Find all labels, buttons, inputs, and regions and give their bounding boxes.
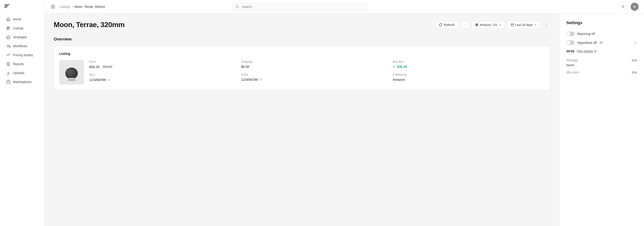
marketplace-icon — [475, 23, 478, 26]
repricing-toggle[interactable] — [566, 32, 574, 36]
plan-total: 50 — [571, 50, 574, 53]
repricing-label: Repricing off — [577, 32, 594, 36]
overview-section-title: Overview — [54, 37, 550, 42]
sidebar-item-marketplaces-label: Marketplaces — [13, 80, 32, 84]
listing-info: Price $36.25 Manual SKU 123456789 — [59, 60, 544, 85]
settings-title: Settings — [566, 21, 637, 25]
header-actions: Refresh ··· Amazon, US — [435, 21, 550, 29]
fulfilled-value: Amazon — [393, 78, 544, 81]
hyperdrive-row: Hyperdrive off ? ✳ — [566, 41, 637, 45]
hyperdrive-toggle[interactable] — [566, 41, 574, 45]
detail-group-3: Buy Box ✓ $36.25 Fulfilled by Amazon — [393, 60, 544, 82]
sidebar-item-reports-label: Reports — [13, 62, 24, 66]
strategies-icon — [6, 35, 10, 39]
svg-rect-19 — [511, 24, 514, 26]
sidebar-item-home[interactable]: Home — [2, 15, 43, 24]
page-header: Moon, Terrae, 320mm Refresh ··· — [54, 21, 550, 29]
plan-details-link[interactable]: Plan details — [577, 50, 596, 53]
vertical-dots-button[interactable]: ⋮ — [543, 21, 550, 29]
svg-line-17 — [624, 6, 624, 6]
price-label: Price — [89, 60, 241, 63]
refresh-button[interactable]: Refresh — [435, 21, 458, 29]
sku-detail: SKU 123456789 ⧉ — [89, 73, 241, 82]
avatar[interactable]: U — [630, 3, 639, 11]
reports-icon — [6, 62, 10, 66]
hyperdrive-label: Hyperdrive off — [577, 41, 596, 45]
svg-rect-24 — [68, 79, 76, 81]
logo[interactable] — [0, 0, 44, 12]
product-thumbnail — [60, 62, 83, 85]
marketplace-label: Amazon, US — [480, 23, 497, 27]
refresh-label: Refresh — [444, 23, 454, 27]
sidebar-item-pricing-activity[interactable]: Pricing activity — [2, 51, 43, 59]
buybox-value: ✓ $36.25 — [393, 65, 544, 69]
plan-usage: 25/50 — [566, 50, 574, 53]
sidebar-item-uploads[interactable]: Uploads — [2, 69, 43, 77]
svg-point-9 — [622, 6, 624, 7]
sidebar-item-workflows[interactable]: Workflows — [2, 42, 43, 50]
marketplace-dropdown[interactable]: Amazon, US — [472, 21, 505, 29]
asin-label: ASIN — [241, 73, 393, 76]
buybox-amount: $36.25 — [397, 65, 407, 69]
svg-rect-1 — [8, 27, 10, 28]
uploads-icon — [6, 71, 10, 75]
detail-group-1: Price $36.25 Manual SKU 123456789 — [89, 60, 241, 82]
repricing-row: Repricing off — [566, 32, 637, 36]
search-input[interactable] — [233, 3, 367, 11]
svg-point-8 — [236, 5, 238, 8]
marketplaces-icon — [6, 80, 10, 84]
home-icon — [6, 17, 10, 21]
logo-icon[interactable] — [4, 5, 10, 8]
sidebar-item-strategies[interactable]: Strategies — [2, 33, 43, 41]
settings-panel: Settings Repricing off Hyperdrive off ? … — [559, 14, 644, 226]
listing-card: Listing — [54, 46, 550, 90]
topbar-menu-button[interactable] — [50, 4, 56, 9]
product-image — [59, 60, 84, 85]
shipping-label: Shipping — [241, 60, 393, 63]
asin-number: 123456789 — [241, 78, 258, 81]
buybox-label: Buy Box — [393, 60, 544, 63]
page-title: Moon, Terrae, 320mm — [54, 21, 124, 29]
more-button[interactable]: ··· — [461, 21, 469, 29]
sku-number: 123456789 — [89, 78, 106, 82]
sidebar-item-reports[interactable]: Reports — [2, 60, 43, 68]
sidebar-nav: Home Listings Strategies — [0, 12, 44, 89]
sku-copy-icon[interactable]: ⧉ — [108, 78, 110, 82]
sidebar-item-uploads-label: Uploads — [13, 71, 24, 75]
svg-point-22 — [67, 69, 72, 74]
hyperdrive-help-icon[interactable]: ? — [599, 41, 603, 45]
fulfilled-label: Fulfilled by — [393, 73, 544, 76]
chevron-down-icon-2 — [534, 24, 537, 26]
price-amount: $36.25 — [89, 65, 100, 69]
calendar-icon — [511, 23, 514, 26]
strategy-edit-button[interactable]: Edit — [632, 59, 637, 62]
date-range-dropdown[interactable]: Last 30 days — [507, 21, 540, 29]
breadcrumb-parent[interactable]: Listings — [60, 5, 70, 9]
min-price-header: Min price Edit — [566, 71, 637, 74]
svg-rect-7 — [7, 81, 10, 83]
breadcrumb-current: Moon, Terrae, 320mm — [74, 5, 105, 9]
plan-row: 25/50 Plan details — [566, 50, 637, 53]
buybox-detail: Buy Box ✓ $36.25 — [393, 60, 544, 69]
sidebar-item-workflows-label: Workflows — [13, 44, 27, 48]
asin-detail: ASIN 123456789 ⧉ — [241, 73, 393, 81]
plan-details-label: Plan details — [577, 50, 593, 53]
sidebar-item-pricing-activity-label: Pricing activity — [13, 53, 33, 57]
sidebar-item-strategies-label: Strategies — [13, 35, 27, 39]
shipping-value: $0.00 — [241, 65, 393, 69]
asin-copy-icon[interactable]: ⧉ — [260, 78, 262, 81]
plan-used: 25 — [566, 50, 570, 53]
left-panel: Moon, Terrae, 320mm Refresh ··· — [45, 14, 559, 226]
strategy-row: Strategy Edit None — [566, 58, 637, 67]
svg-rect-23 — [68, 78, 75, 79]
sidebar-item-marketplaces[interactable]: Marketplaces — [2, 78, 43, 86]
asin-value: 123456789 ⧉ — [241, 78, 393, 81]
hyperdrive-spinner-icon: ✳ — [634, 41, 637, 45]
min-price-edit-button[interactable]: Edit — [632, 71, 637, 74]
search-bar — [233, 3, 367, 11]
price-detail: Price $36.25 Manual — [89, 60, 241, 69]
min-price-row: Min price Edit — [566, 71, 637, 74]
more-dots: ··· — [464, 23, 466, 27]
sidebar-item-listings[interactable]: Listings — [2, 24, 43, 33]
theme-toggle-button[interactable] — [619, 3, 627, 11]
